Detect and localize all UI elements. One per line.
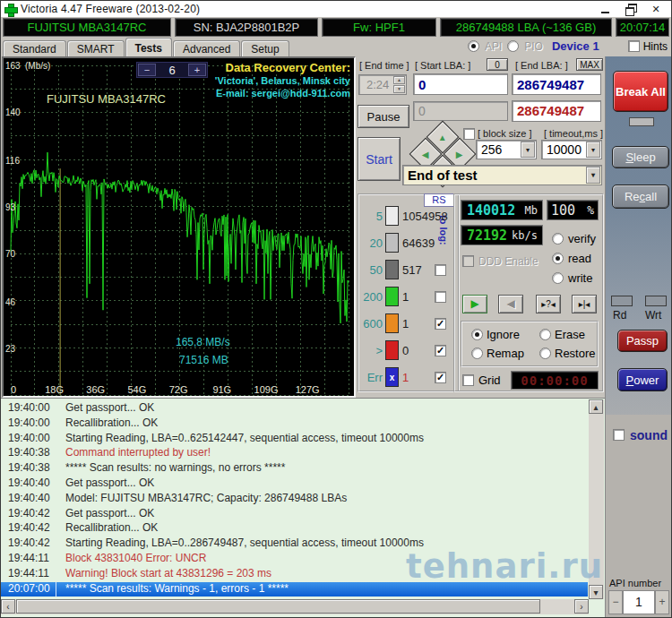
zoom-value: 6 [168, 64, 175, 77]
hscroll-thumb[interactable] [16, 599, 540, 614]
log-horizontal-scrollbar[interactable]: ‹ › [1, 599, 589, 614]
end-time-down-icon[interactable]: ▼ [393, 85, 405, 93]
svg-text:54G: 54G [127, 384, 146, 395]
log-checkbox-50[interactable] [435, 264, 446, 276]
tab-standard[interactable]: Standard [3, 40, 66, 56]
max-button[interactable]: MAX [576, 58, 603, 71]
step-back-button[interactable]: ◀ [498, 295, 523, 313]
svg-text:36G: 36G [86, 384, 105, 395]
log-checkbox-200[interactable] [435, 291, 446, 303]
sleep-button[interactable]: Sleep [612, 146, 669, 168]
timeout-combo[interactable]: 10000 ▾ [541, 140, 602, 159]
read-radio[interactable] [552, 253, 564, 264]
svg-text:91G: 91G [212, 384, 231, 395]
svg-text:93: 93 [5, 202, 16, 212]
end-action-combo[interactable]: End of test ▾ [402, 165, 602, 185]
log-row[interactable]: 19:40:42Get passport... OK [1, 507, 588, 522]
grid-label: Grid [478, 373, 501, 387]
api-number-spinner: − 1 + [608, 590, 669, 614]
end-lba-input[interactable] [512, 73, 601, 95]
log-row[interactable]: 19:40:00Get passport... OK [1, 401, 588, 416]
verify-radio[interactable] [552, 233, 564, 245]
minimize-button[interactable] [599, 4, 612, 14]
start-lba-label: [ Start LBA: ] [415, 60, 470, 71]
end-time-up-icon[interactable]: ▲ [393, 76, 405, 84]
readout-position: 71516 MB [179, 354, 228, 366]
zoom-out-button[interactable]: − [138, 64, 156, 76]
start-lba-input[interactable] [413, 73, 508, 95]
log-checkbox-gt[interactable] [435, 345, 446, 356]
timeout-drop-icon[interactable]: ▾ [586, 142, 600, 158]
seek-end-button[interactable]: ▸|◂ [572, 295, 597, 313]
zoom-in-button[interactable]: + [188, 64, 206, 76]
position-lcd: 140012 Mb [461, 200, 543, 220]
stat-label-50: 50 [361, 263, 383, 277]
svg-text:46: 46 [5, 297, 16, 307]
seek-end-icon: ▸|◂ [579, 299, 590, 309]
timeout-label: [ timeout,ms ] [544, 128, 603, 139]
hints-checkbox[interactable] [628, 40, 640, 52]
seek-error-button[interactable]: ▸?◂ [536, 295, 561, 313]
err-x-icon: x [390, 373, 395, 382]
log-row[interactable]: 19:40:00Recallibration... OK [1, 416, 588, 432]
stat-count-5: 1054958 [402, 210, 448, 223]
wrt-indicator [645, 296, 667, 306]
victoria-app-window: Victoria 4.47 Freeware (2013-02-20) ✕ FU… [0, 0, 672, 618]
erase-radio[interactable] [539, 329, 551, 340]
stat-swatch-50 [385, 260, 399, 279]
start-button[interactable]: Start [358, 137, 401, 181]
sidebar: Break All Sleep Recall Rd Wrt Passp Powe… [605, 56, 672, 618]
stat-swatch-20 [385, 233, 399, 253]
api-minus-button[interactable]: − [608, 590, 623, 614]
log-row[interactable]: 19:40:40Model: FUJITSU MBA3147RC; Capaci… [1, 492, 588, 507]
passp-button[interactable]: Passp [617, 330, 668, 352]
log-row[interactable]: 19:40:00Starting Reading, LBA=0..6251424… [1, 432, 588, 447]
drive-capacity: 286749488 LBA (~136 GB) [440, 18, 612, 37]
recall-button[interactable]: Recall [612, 185, 669, 209]
scroll-up-icon[interactable]: ▴ [589, 399, 603, 414]
break-all-button[interactable]: Break All [613, 71, 668, 112]
log-checkbox-err[interactable] [435, 372, 446, 383]
log-checkbox-600[interactable] [435, 318, 446, 330]
restore-radio[interactable] [539, 348, 551, 359]
title-bar[interactable]: Victoria 4.47 Freeware (2013-02-20) ✕ [1, 1, 671, 17]
block-size-combo[interactable]: 256 ▾ [476, 140, 537, 159]
write-radio[interactable] [552, 272, 564, 284]
start-lba-zero-button[interactable]: 0 [487, 58, 508, 71]
sound-checkbox[interactable] [613, 429, 625, 441]
tab-smart[interactable]: SMART [67, 40, 125, 56]
verify-label: verify [568, 232, 596, 245]
end-lba-label: [ End LBA: ] [515, 60, 568, 71]
end-time-spinner[interactable]: 2:24 ▲▼ [358, 74, 407, 95]
block-size-label: [ block size ] [478, 128, 532, 139]
sound-label: sound [630, 428, 668, 442]
test-controls-panel: [ End time ] [ Start LBA: ] 0 [ End LBA:… [358, 56, 605, 398]
ddd-enable-checkbox[interactable] [462, 255, 474, 267]
jog-checkbox[interactable] [463, 128, 475, 140]
end-action-drop-icon[interactable]: ▾ [586, 167, 600, 184]
ignore-radio[interactable] [471, 329, 483, 340]
api-plus-button[interactable]: + [655, 590, 669, 614]
log-row[interactable]: 19:40:42Recallibration... OK [1, 521, 588, 536]
scroll-down-icon[interactable]: ▾ [589, 585, 603, 599]
tab-tests[interactable]: Tests [125, 38, 172, 56]
grid-checkbox[interactable] [462, 374, 474, 386]
play-button[interactable]: ▶ [462, 295, 487, 313]
pio-radio[interactable] [507, 40, 519, 52]
block-size-drop-icon[interactable]: ▾ [521, 142, 535, 158]
pause-button[interactable]: Pause [358, 105, 409, 128]
scroll-right-icon[interactable]: › [574, 599, 589, 614]
restore-button[interactable] [625, 4, 637, 14]
tab-setup[interactable]: Setup [241, 40, 289, 56]
close-button[interactable]: ✕ [650, 4, 662, 14]
activity-indicator [629, 117, 654, 126]
log-row[interactable]: 19:40:40Get passport... OK [1, 476, 588, 492]
log-row[interactable]: 19:40:38***** Scan results: no warnings,… [1, 461, 588, 476]
api-radio[interactable] [468, 40, 479, 52]
tab-advanced[interactable]: Advanced [173, 40, 240, 56]
svg-text:109G: 109G [254, 384, 279, 395]
remap-radio[interactable] [471, 348, 483, 359]
log-row[interactable]: 19:40:38Command interrupted by user! [1, 446, 588, 461]
power-button[interactable]: Power [617, 368, 668, 391]
scroll-left-icon[interactable]: ‹ [1, 599, 15, 614]
